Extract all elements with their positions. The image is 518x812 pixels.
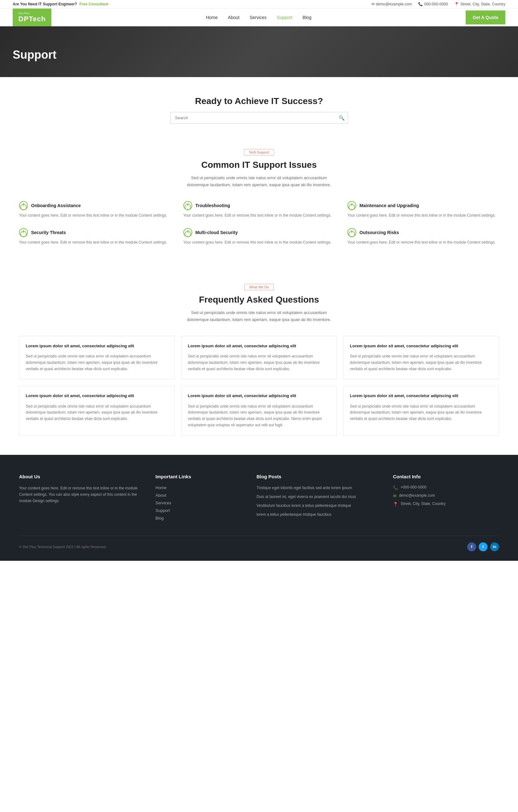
footer-contact-heading: Contact Info bbox=[393, 474, 499, 479]
power-icon-1 bbox=[183, 201, 192, 210]
footer-link-support-anchor[interactable]: Support bbox=[155, 508, 170, 513]
faq-heading: Frequently Asked Questions bbox=[19, 295, 499, 305]
email-item: ✉ demo@example.com bbox=[371, 2, 412, 6]
logo[interactable]: Divi Plus DPTech bbox=[13, 8, 51, 26]
it-support-heading: Common IT Support Issues bbox=[19, 160, 499, 170]
footer-link-services: Services bbox=[155, 500, 244, 505]
logo-main: DPTech bbox=[19, 15, 46, 23]
contact-address-icon: 📍 bbox=[393, 502, 398, 506]
footer-link-about: About bbox=[155, 493, 244, 498]
location-icon: 📍 bbox=[454, 2, 459, 6]
power-icon-0 bbox=[19, 201, 28, 210]
contact-address: 📍 Street, City, State, Country bbox=[393, 501, 499, 506]
footer-link-about-anchor[interactable]: About bbox=[155, 493, 166, 498]
nav-support[interactable]: Support bbox=[276, 8, 294, 26]
feature-icon-title-3: Security Threats bbox=[19, 228, 171, 237]
nav-services[interactable]: Services bbox=[248, 8, 268, 26]
search-wrapper: 🔍 bbox=[170, 112, 348, 124]
copyright-text: © Divi Plus Technical Support 2022 | All… bbox=[19, 545, 107, 549]
blog-post-0[interactable]: Tristique eget lobortis eget facilisis s… bbox=[257, 485, 380, 491]
faq-section: What We Do Frequently Asked Questions Se… bbox=[0, 265, 518, 455]
power-icon-3 bbox=[19, 228, 28, 237]
promo-link[interactable]: Free Consultant bbox=[79, 2, 108, 6]
blog-post-2[interactable]: Vestibulum faucibus lorem a tellus pelle… bbox=[257, 503, 380, 509]
footer-link-home: Home bbox=[155, 485, 244, 490]
features-grid: Onboarding Assistance Your content goes … bbox=[19, 201, 499, 245]
faq-body-1: Sed ut perspiciatis unde omnis iste natu… bbox=[188, 353, 330, 372]
feature-icon-title-4: Multi-cloud Security bbox=[183, 228, 335, 237]
footer-about-heading: About Us bbox=[19, 474, 143, 479]
footer-links-heading: Important Links bbox=[155, 474, 244, 479]
footer-links-list: Home About Services Support Blog bbox=[155, 485, 244, 521]
feature-icon-title-1: Troubleshooting bbox=[183, 201, 335, 210]
nav-blog[interactable]: Blog bbox=[301, 8, 313, 26]
feature-title-2: Maintenance and Upgrading bbox=[359, 203, 419, 208]
address-item: 📍 Street, City, State, Country bbox=[454, 2, 505, 6]
footer-blog: Blog Posts Tristique eget lobortis eget … bbox=[257, 474, 380, 523]
faq-card-2: Lorem ipsum dolor sit amet, consectetur … bbox=[343, 336, 499, 380]
feature-title-3: Security Threats bbox=[31, 230, 66, 235]
faq-title-2: Lorem ipsum dolor sit amet, consectetur … bbox=[350, 343, 492, 349]
power-icon-4 bbox=[183, 228, 192, 237]
phone-icon: 📞 bbox=[418, 2, 423, 6]
email-icon: ✉ bbox=[371, 2, 375, 6]
feature-desc-4: Your content goes here. Edit or remove t… bbox=[183, 239, 335, 245]
feature-title-5: Outsourcing Risks bbox=[359, 230, 399, 235]
faq-grid: Lorem ipsum dolor sit amet, consectetur … bbox=[19, 336, 499, 436]
feature-item-0: Onboarding Assistance Your content goes … bbox=[19, 201, 171, 219]
faq-body-3: Sed ut perspiciatis unde omnis iste natu… bbox=[26, 403, 168, 422]
footer-about: About Us Your content goes here. Edit or… bbox=[19, 474, 143, 523]
footer-link-services-anchor[interactable]: Services bbox=[155, 500, 171, 505]
feature-title-4: Multi-cloud Security bbox=[195, 230, 238, 235]
feature-item-5: Outsourcing Risks Your content goes here… bbox=[347, 228, 499, 245]
faq-title-1: Lorem ipsum dolor sit amet, consectetur … bbox=[188, 343, 330, 349]
site-header: Divi Plus DPTech Home About Services Sup… bbox=[0, 8, 518, 26]
feature-item-4: Multi-cloud Security Your content goes h… bbox=[183, 228, 335, 245]
faq-card-3: Lorem ipsum dolor sit amet, consectetur … bbox=[19, 386, 175, 435]
promo-text: Are You Need IT Support Engineer? Free C… bbox=[13, 2, 109, 6]
faq-card-0: Lorem ipsum dolor sit amet, consectetur … bbox=[19, 336, 175, 380]
faq-body-4: Sed ut perspiciatis unde omnis iste natu… bbox=[188, 403, 330, 429]
footer-about-text: Your content goes here. Edit or remove t… bbox=[19, 485, 143, 504]
footer-bottom: © Divi Plus Technical Support 2022 | All… bbox=[19, 536, 499, 551]
faq-card-4: Lorem ipsum dolor sit amet, consectetur … bbox=[181, 386, 337, 435]
footer-contact: Contact Info 📞 +000-000-0000 ✉ demo@exam… bbox=[393, 474, 499, 523]
search-button[interactable]: 🔍 bbox=[339, 115, 345, 121]
feature-title-0: Onboarding Assistance bbox=[31, 203, 81, 208]
search-section: Ready to Achieve IT Success? 🔍 bbox=[0, 77, 518, 136]
faq-body-5: Sed ut perspiciatis unde omnis iste natu… bbox=[350, 403, 492, 422]
feature-icon-title-0: Onboarding Assistance bbox=[19, 201, 171, 210]
footer-link-support: Support bbox=[155, 508, 244, 513]
search-input[interactable] bbox=[170, 112, 348, 124]
feature-title-1: Troubleshooting bbox=[195, 203, 230, 208]
faq-description: Sed ut perspiciatis unde omnis iste natu… bbox=[183, 309, 335, 323]
get-quote-button[interactable]: Get A Quote bbox=[466, 10, 505, 24]
feature-desc-5: Your content goes here. Edit or remove t… bbox=[347, 239, 499, 245]
faq-card-5: Lorem ipsum dolor sit amet, consectetur … bbox=[343, 386, 499, 435]
nav-about[interactable]: About bbox=[227, 8, 241, 26]
facebook-icon[interactable]: f bbox=[467, 542, 476, 551]
blog-post-1[interactable]: Duis at laoreet mi, eget viverra ex prae… bbox=[257, 494, 380, 499]
blog-post-3[interactable]: lorem a tellus pellentesque tristique fa… bbox=[257, 512, 380, 517]
contact-email-icon: ✉ bbox=[393, 494, 397, 498]
power-icon-2 bbox=[347, 201, 356, 210]
search-heading: Ready to Achieve IT Success? bbox=[13, 96, 505, 106]
hero-banner: Support bbox=[0, 26, 518, 77]
footer-link-blog-anchor[interactable]: Blog bbox=[155, 516, 164, 521]
twitter-icon[interactable]: t bbox=[479, 542, 488, 551]
feature-icon-title-2: Maintenance and Upgrading bbox=[347, 201, 499, 210]
feature-desc-2: Your content goes here. Edit or remove t… bbox=[347, 212, 499, 219]
faq-card-1: Lorem ipsum dolor sit amet, consectetur … bbox=[181, 336, 337, 380]
footer-link-home-anchor[interactable]: Home bbox=[155, 485, 167, 490]
nav-home[interactable]: Home bbox=[205, 8, 219, 26]
feature-icon-title-5: Outsourcing Risks bbox=[347, 228, 499, 237]
faq-title-4: Lorem ipsum dolor sit amet, consectetur … bbox=[188, 393, 330, 399]
it-support-description: Sed ut perspiciatis unde omnis iste natu… bbox=[183, 174, 335, 188]
footer-link-blog: Blog bbox=[155, 516, 244, 521]
faq-title-3: Lorem ipsum dolor sit amet, consectetur … bbox=[26, 393, 168, 399]
hero-title: Support bbox=[13, 48, 56, 61]
feature-desc-1: Your content goes here. Edit or remove t… bbox=[183, 212, 335, 219]
social-icons: f t in bbox=[467, 542, 499, 551]
feature-item-3: Security Threats Your content goes here.… bbox=[19, 228, 171, 245]
linkedin-icon[interactable]: in bbox=[490, 542, 499, 551]
